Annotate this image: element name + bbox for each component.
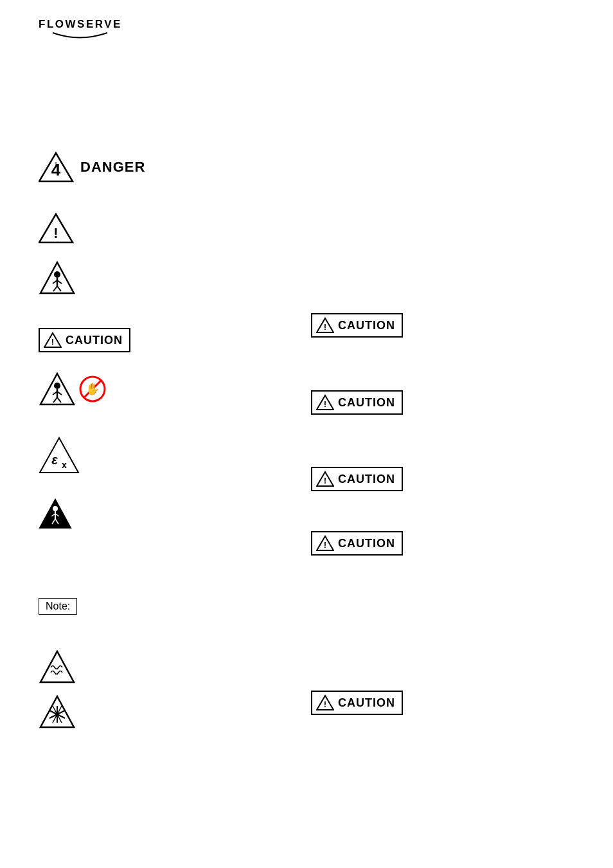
logo: FLOWSERVE (39, 18, 122, 41)
svg-text:!: ! (51, 337, 54, 347)
warning-cold-icon (39, 694, 76, 729)
svg-text:!: ! (324, 540, 326, 550)
caution-r2-triangle-icon: ! (316, 394, 334, 411)
warning-person-no-icon: ✋ (39, 372, 107, 406)
svg-line-20 (57, 397, 61, 402)
svg-marker-34 (40, 651, 74, 682)
caution-right-5: ! CAUTION (311, 691, 403, 715)
note-label: Note: (46, 601, 70, 611)
svg-text:!: ! (53, 225, 58, 241)
warning-person-icon (39, 260, 76, 295)
svg-text:ε: ε (51, 453, 58, 467)
caution-badge-left-1: ! CAUTION (39, 328, 130, 352)
danger-triangle-icon: 4 ! (39, 151, 74, 183)
caution-r3-label: CAUTION (338, 473, 395, 486)
caution-r1-label: CAUTION (338, 319, 395, 332)
note-box: Note: (39, 598, 77, 615)
svg-point-15 (54, 383, 60, 389)
danger-label: DANGER (80, 159, 145, 176)
svg-marker-24 (40, 438, 78, 473)
caution-r4-label: CAUTION (338, 537, 395, 550)
svg-point-6 (54, 271, 60, 278)
caution-r4-triangle-icon: ! (316, 535, 334, 552)
svg-text:!: ! (324, 476, 326, 485)
warning-person2-icon (39, 498, 72, 529)
warning-plain-icon: ! (39, 212, 74, 244)
caution-right-1: ! CAUTION (311, 313, 403, 338)
prohibition-circle-icon: ✋ (78, 375, 107, 403)
caution-r1-triangle-icon: ! (316, 317, 334, 334)
svg-line-10 (53, 286, 57, 291)
logo-arc-icon (49, 31, 111, 41)
caution-r5-label: CAUTION (338, 696, 395, 710)
svg-point-28 (53, 506, 58, 511)
danger-warning: 4 ! DANGER (39, 151, 145, 183)
caution-right-3: ! CAUTION (311, 467, 403, 491)
svg-line-11 (57, 286, 61, 291)
logo-text: FLOWSERVE (39, 18, 122, 31)
svg-text:!: ! (324, 322, 326, 332)
warning-hot-icon (39, 649, 76, 684)
caution-r2-label: CAUTION (338, 396, 395, 410)
svg-line-19 (53, 397, 57, 402)
caution-r5-triangle-icon: ! (316, 694, 334, 711)
ex-badge-icon: ε x (39, 436, 80, 475)
svg-text:!: ! (324, 399, 326, 409)
caution-right-2: ! CAUTION (311, 390, 403, 415)
caution-triangle-icon: ! (44, 332, 62, 348)
caution-left-1-label: CAUTION (66, 334, 123, 347)
svg-text:✋: ✋ (85, 382, 100, 396)
svg-text:!: ! (55, 161, 57, 168)
svg-text:x: x (62, 460, 67, 470)
svg-text:!: ! (324, 700, 326, 709)
caution-r3-triangle-icon: ! (316, 471, 334, 487)
caution-right-4: ! CAUTION (311, 531, 403, 556)
